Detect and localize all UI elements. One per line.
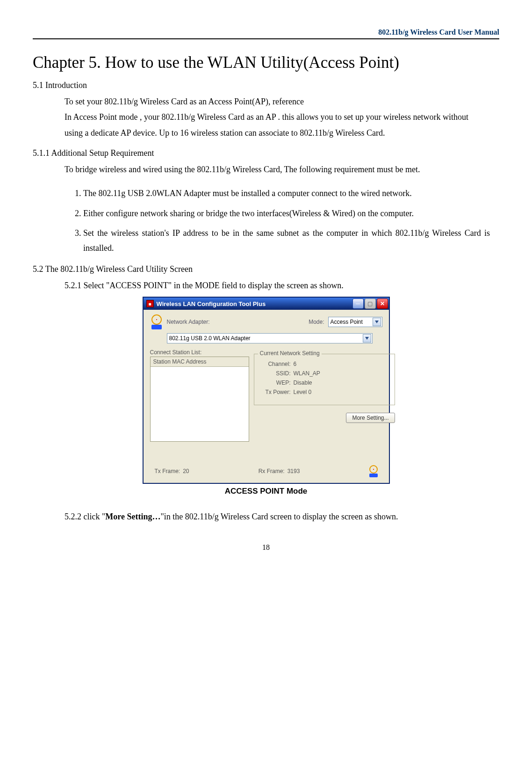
figure-caption: ACCESS POINT Mode [33,487,499,496]
frame-title: Current Network Setting [258,350,322,357]
rx-frame-label: Rx Frame: [259,468,285,474]
section-5-1-heading: 5.1 Introduction [33,80,499,90]
wep-value: Disable [294,379,312,386]
station-list[interactable]: Station MAC Address [150,357,249,442]
network-adapter-label: Network Adapter: [167,319,210,325]
mode-value: Access Point [331,319,363,325]
mode-label: Mode: [309,319,324,325]
section-5-2-heading: 5.2 The 802.11b/g Wireless Card Utility … [33,264,499,274]
adapter-icon [150,314,163,329]
more-setting-button[interactable]: More Setting... [346,413,395,423]
mode-dropdown[interactable]: Access Point [328,317,382,327]
list-item: The 802.11g USB 2.0WLAN Adapter must be … [83,186,490,201]
section-5-1-paragraph: To set your 802.11b/g Wireless Card as a… [65,94,485,141]
tx-frame-label: Tx Frame: [155,468,180,474]
list-item: Set the wireless station's IP address to… [83,226,490,256]
channel-label: Channel: [259,361,291,367]
section-5-1-1-heading: 5.1.1 Additional Setup Requirement [33,148,499,158]
ssid-value: WLAN_AP [294,370,320,377]
sec522-prefix: 5.2.2 click " [65,512,105,521]
svg-marker-1 [365,337,369,340]
svg-marker-0 [375,321,379,323]
requirement-list: The 802.11g USB 2.0WLAN Adapter must be … [65,186,490,256]
sec522-suffix: "in the 802.11b/g Wireless Card screen t… [160,512,398,521]
app-icon: ■ [146,300,154,307]
section-5-2-1: 5.2.1 Select "ACCESS POINT" in the MODE … [65,278,499,293]
rx-frame-value: 3193 [288,468,300,474]
chevron-down-icon [373,318,381,326]
section-5-1-1-paragraph: To bridge wireless and wired using the 8… [65,162,485,177]
close-button[interactable]: ✕ [377,299,388,309]
page-number: 18 [33,543,499,552]
chevron-down-icon [363,334,371,343]
tx-frame-value: 20 [183,468,189,474]
window-title: Wireless LAN Configuration Tool Plus [157,300,266,307]
adapter-value: 802.11g USB 2.0 WLAN Adapter [169,335,251,342]
current-network-setting-frame: Current Network Setting Channel:6 SSID:W… [254,354,395,405]
titlebar[interactable]: ■ Wireless LAN Configuration Tool Plus ─… [144,298,389,310]
connect-station-list-label: Connect Station List: [150,349,249,356]
txpower-label: Tx Power: [259,389,291,395]
section-5-2-2: 5.2.2 click "More Setting…"in the 802.11… [65,509,499,524]
minimize-button[interactable]: ─ [352,299,364,309]
sec522-bold: More Setting… [105,512,160,521]
configuration-window: ■ Wireless LAN Configuration Tool Plus ─… [143,297,390,484]
chapter-title: Chapter 5. How to use the WLAN Utility(A… [33,53,499,72]
running-header: 802.11b/g Wireless Card User Manual [33,28,499,39]
ssid-label: SSID: [259,370,291,377]
signal-icon [369,465,378,477]
channel-value: 6 [294,361,297,367]
adapter-dropdown[interactable]: 802.11g USB 2.0 WLAN Adapter [167,333,373,343]
wep-label: WEP: [259,379,291,386]
station-mac-header: Station MAC Address [151,357,249,367]
maximize-button: ▢ [365,299,376,309]
txpower-value: Level 0 [294,389,312,395]
list-item: Either configure network sharing or brid… [83,206,490,221]
